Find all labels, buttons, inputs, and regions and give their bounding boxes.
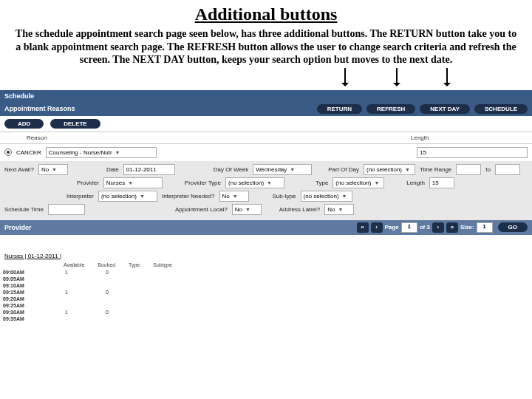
schedule-button[interactable]: SCHEDULE <box>474 104 528 114</box>
reason-row: CANCER Counseling - Nurse/Nutr▼ 15 <box>0 144 532 161</box>
next-avail-label: Next Avail? <box>4 166 34 173</box>
date-input[interactable]: 01-12-2011 <box>123 164 175 175</box>
subtype-select[interactable]: (no selection)▼ <box>301 191 352 202</box>
provider-type-label: Provider Type <box>185 180 221 186</box>
pager-next-button[interactable]: › <box>432 222 444 233</box>
interpreter-select[interactable]: (no selection)▼ <box>98 191 157 202</box>
interpreter-needed-label: Interpreter Needed? <box>162 193 215 200</box>
appt-local-label: Appointment Local? <box>175 206 228 213</box>
pod-select[interactable]: (no selection)▼ <box>364 164 415 175</box>
type-select[interactable]: (no selection)▼ <box>332 177 384 188</box>
pod-label: Part Of Day <box>328 166 359 173</box>
pager-first-button[interactable]: « <box>357 222 369 233</box>
chevron-down-icon: ▼ <box>115 150 120 155</box>
slot-available: 1 <box>52 270 81 275</box>
time-range-label: Time Range <box>420 166 451 173</box>
time-range-to-label: to <box>485 166 491 173</box>
section-bar-provider: Provider « ‹ Page 1 of 3 › » Size: 1 GO <box>0 220 532 235</box>
chevron-down-icon: ▼ <box>128 180 133 185</box>
section-bar-schedule: Schedule <box>0 90 532 102</box>
chevron-down-icon: ▼ <box>290 167 295 172</box>
chevron-down-icon: ▼ <box>267 180 272 185</box>
schedule-row[interactable]: 09:25AM <box>0 302 532 309</box>
time-range-to-input[interactable] <box>495 164 520 175</box>
row-actions: ADD DELETE <box>0 116 532 132</box>
appt-local-select[interactable]: No▼ <box>232 204 262 215</box>
interpreter-label: Interpreter <box>66 193 94 200</box>
schedule-row[interactable]: 09:35AM <box>0 316 532 322</box>
chevron-down-icon: ▼ <box>374 180 379 185</box>
pager: « ‹ Page 1 of 3 › » Size: 1 GO <box>357 222 528 233</box>
appt-local-value: No <box>235 206 242 213</box>
reason-desc-select[interactable]: Counseling - Nurse/Nutr▼ <box>46 147 157 158</box>
schedule-row[interactable]: 09:00AM10 <box>0 269 532 276</box>
next-avail-select[interactable]: No▼ <box>38 164 68 175</box>
pod-value: (no selection) <box>366 166 402 173</box>
slot-time: 09:35AM <box>3 316 38 321</box>
subtype-label: Sub-type <box>273 193 296 200</box>
slot-time: 09:15AM <box>3 290 38 295</box>
schedule-row[interactable]: 09:15AM10 <box>0 289 532 296</box>
callout-arrows <box>0 68 532 90</box>
provider-type-select[interactable]: (no selection)▼ <box>225 177 284 188</box>
pager-page-input[interactable]: 1 <box>401 222 417 233</box>
reason-desc-value: Counseling - Nurse/Nutr <box>49 149 112 156</box>
time-range-from-input[interactable] <box>456 164 481 175</box>
arrow-nextday-icon <box>446 68 448 86</box>
length-input[interactable]: 15 <box>429 177 454 188</box>
pager-of-label: of 3 <box>420 224 430 231</box>
pager-last-button[interactable]: » <box>446 222 458 233</box>
slot-time: 09:30AM <box>3 310 38 315</box>
slot-time: 09:25AM <box>3 303 38 308</box>
slot-time: 09:00AM <box>3 270 38 275</box>
schedule-row[interactable]: 09:10AM <box>0 282 532 289</box>
type-value: (no selection) <box>335 180 371 186</box>
refresh-button[interactable]: REFRESH <box>366 104 415 114</box>
address-label-select[interactable]: No▼ <box>324 204 354 215</box>
chevron-down-icon: ▼ <box>233 194 238 199</box>
slot-time: 09:20AM <box>3 296 38 301</box>
provider-type-value: (no selection) <box>228 180 264 186</box>
page-title: Additional buttons <box>0 4 532 24</box>
schedule-row[interactable]: 09:30AM10 <box>0 309 532 316</box>
chevron-down-icon: ▼ <box>342 194 347 199</box>
schedule-slots: 09:00AM1009:05AM09:10AM09:15AM1009:20AM0… <box>0 269 532 322</box>
chevron-down-icon: ▼ <box>338 207 343 212</box>
provider-bar-label: Provider <box>4 224 32 231</box>
appointment-reasons-label: Appointment Reasons <box>4 105 75 112</box>
schedule-row[interactable]: 09:20AM <box>0 296 532 302</box>
reason-code: CANCER <box>16 149 41 156</box>
slot-available: 1 <box>52 290 81 295</box>
search-filters: Next Avail? No▼ Date 01-12-2011 Day Of W… <box>0 161 532 220</box>
slot-booked: 0 <box>95 310 120 315</box>
reason-radio[interactable] <box>4 149 12 156</box>
schedule-row[interactable]: 09:05AM <box>0 276 532 282</box>
slot-available: 1 <box>52 310 81 315</box>
dow-select[interactable]: Wednesday▼ <box>253 164 312 175</box>
schedule-header: Nurses | 01-12-2011 | <box>0 250 532 261</box>
arrow-refresh-icon <box>396 68 398 86</box>
col-booked: Booked <box>98 262 115 267</box>
type-label: Type <box>316 180 328 186</box>
interpreter-needed-select[interactable]: No▼ <box>219 191 249 202</box>
schedule-time-input[interactable] <box>48 204 85 215</box>
pager-size-input[interactable]: 1 <box>477 222 493 233</box>
next-day-button[interactable]: NEXT DAY <box>420 104 470 114</box>
address-label-label: Address Label? <box>279 206 321 213</box>
interpreter-needed-value: No <box>222 193 230 200</box>
subtype-value: (no selection) <box>304 193 339 200</box>
return-button[interactable]: RETURN <box>317 104 362 114</box>
pager-prev-button[interactable]: ‹ <box>371 222 383 233</box>
date-label: Date <box>106 166 119 173</box>
col-length: Length <box>406 132 532 143</box>
reason-length-input[interactable]: 15 <box>417 147 528 158</box>
provider-select[interactable]: Nurses▼ <box>103 177 163 188</box>
add-button[interactable]: ADD <box>4 119 44 129</box>
pager-go-button[interactable]: GO <box>498 222 528 232</box>
pager-page-label: Page <box>385 224 399 231</box>
delete-button[interactable]: DELETE <box>50 119 100 129</box>
col-type: Type <box>129 262 140 267</box>
schedule-column-headers: Available Booked Type Subtype <box>0 261 532 269</box>
address-label-value: No <box>327 206 335 213</box>
col-subtype: Subtype <box>153 262 172 267</box>
